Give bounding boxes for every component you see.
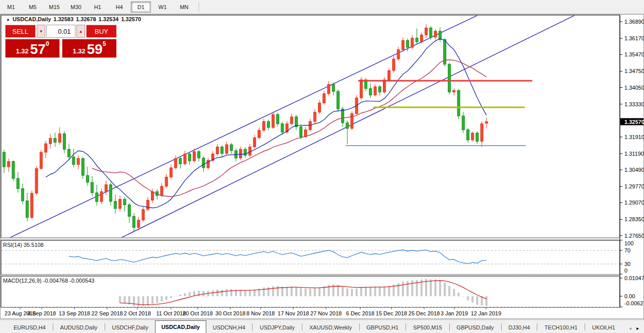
mt4-terminal: M1M5M15M30H1H4D1W1MN 1.368901.361701.354…: [0, 0, 644, 333]
chart-tab-bar: EURUSD,H4AUDUSD,DailyUSDCHF,DailyUSDCAD,…: [0, 319, 644, 333]
tab-separator: [501, 323, 502, 330]
macd-label: MACD(12,26,9) -0.004768 -0.000543: [3, 278, 95, 284]
readout-close: 1.32570: [121, 16, 141, 22]
timeframe-toolbar: M1M5M15M30H1H4D1W1MN: [0, 0, 644, 14]
buy-price-pips: 59: [87, 43, 103, 56]
timeframe-button-M5[interactable]: M5: [23, 2, 43, 13]
volume-increase-button[interactable]: ▲: [76, 25, 86, 38]
toolbar-separator: [199, 2, 200, 12]
tab-separator: [449, 323, 450, 330]
timeframe-button-W1[interactable]: W1: [152, 2, 173, 13]
chart-tab-EURUSD-H4[interactable]: EURUSD,H4: [7, 321, 52, 332]
price-axis-tick: 1.29070: [624, 199, 644, 206]
buy-price-base: 1.32: [72, 47, 85, 55]
buy-price-button[interactable]: 1.32 59 5: [62, 39, 117, 58]
price-axis-tick: 1.30490: [624, 167, 644, 173]
date-axis-label: 13 Sep 2018: [59, 310, 90, 316]
date-axis-label: 8 Nov 2018: [247, 310, 275, 316]
chart-canvas[interactable]: 1.368901.361701.354701.347501.340501.333…: [0, 14, 644, 319]
price-axis-tick: 1.34050: [624, 85, 644, 91]
price-axis-tick: 1.31910: [624, 134, 644, 140]
timeframe-button-H4[interactable]: H4: [109, 2, 129, 13]
timeframe-button-D1[interactable]: D1: [131, 2, 151, 13]
readout-low: 1.32534: [99, 16, 119, 22]
chart-tab-SP500-M15[interactable]: SP500,M15: [407, 321, 448, 332]
tab-scroll-arrows: ◂▸: [624, 325, 644, 333]
date-axis-label: 17 Nov 2018: [278, 310, 309, 316]
date-axis-label: 4 Sep 2018: [28, 310, 56, 316]
timeframe-button-M1[interactable]: M1: [1, 2, 21, 13]
buy-price-point: 5: [103, 40, 106, 47]
price-axis-tick: 1.34750: [624, 68, 644, 74]
price-axis-tick: 1.31190: [624, 151, 644, 157]
chart-tab-DJ30-H4[interactable]: DJ30,H4: [502, 321, 537, 332]
rsi-label: RSI(14) 35.5108: [3, 242, 44, 248]
volume-input[interactable]: 0.01: [46, 25, 75, 38]
date-axis-label: 3 Jan 2019: [441, 310, 468, 316]
chart-tab-USDCHF-Daily[interactable]: USDCHF,Daily: [106, 321, 155, 332]
collapse-triangle-icon[interactable]: ▲: [6, 17, 10, 22]
price-axis-tick: 1.27650: [624, 233, 644, 239]
sell-price-button[interactable]: 1.32 57 0: [5, 39, 60, 58]
chart-tab-GBPUSD-H1[interactable]: GBPUSD,H1: [360, 321, 406, 332]
rsi-axis-tick: 0: [624, 268, 627, 274]
tab-separator: [252, 323, 253, 330]
chart-tab-USDJPY-Daily[interactable]: USDJPY,Daily: [253, 321, 301, 332]
tab-separator: [406, 323, 406, 330]
tab-separator: [105, 323, 105, 330]
timeframe-button-H1[interactable]: H1: [88, 2, 108, 13]
rsi-value: 35.5108: [24, 242, 44, 248]
macd-axis-tick: -0.006218: [624, 300, 644, 306]
tab-separator: [359, 323, 360, 330]
chart-tab-GBPUSD-Daily[interactable]: GBPUSD,Daily: [450, 321, 501, 332]
arrow-up-icon: ▲: [78, 29, 83, 34]
macd-main-value: -0.004768: [43, 278, 68, 284]
readout-high: 1.32678: [76, 16, 96, 22]
date-axis-label: 11 Oct 2018: [156, 310, 186, 316]
date-axis-label: 6 Dec 2018: [346, 310, 374, 316]
price-axis-tick: 1.36170: [624, 35, 644, 41]
timeframe-button-M30[interactable]: M30: [66, 2, 86, 13]
arrow-down-icon: ▼: [39, 29, 43, 34]
date-axis-label: 27 Nov 2018: [310, 310, 342, 316]
volume-decrease-button[interactable]: ▼: [37, 25, 46, 38]
date-axis-label: 22 Sep 2018: [92, 310, 123, 316]
price-axis-tick: 1.36890: [624, 19, 644, 25]
price-axis-tick: 1.35470: [624, 51, 644, 57]
symbol-name: USDCAD,Daily: [13, 16, 51, 22]
chart-tab-UKOil-H1[interactable]: UKOil,H1: [586, 321, 622, 332]
sell-price-pips: 57: [30, 43, 46, 56]
date-axis-label: 12 Jan 2019: [471, 310, 502, 316]
price-axis-tick: 1.29770: [624, 183, 644, 189]
date-axis-label: 2 Oct 2018: [124, 310, 151, 316]
chart-tab-USDCAD-Daily[interactable]: USDCAD,Daily: [155, 320, 206, 333]
date-axis-label: 25 Dec 2018: [409, 310, 440, 316]
date-axis-label: 20 Oct 2018: [183, 310, 213, 316]
tab-scroll-right-icon[interactable]: ▸: [636, 325, 639, 331]
one-click-trading-panel: SELL ▼ 0.01 ▲ BUY 1.32 57 0 1.32 59: [5, 25, 117, 58]
buy-button[interactable]: BUY: [86, 25, 117, 38]
macd-axis-tick: 0.010474: [624, 275, 644, 281]
rsi-axis-tick: 70: [624, 247, 630, 253]
tab-scroll-left-icon[interactable]: ◂: [629, 325, 631, 331]
timeframe-button-M15[interactable]: M15: [44, 2, 64, 13]
sell-button[interactable]: SELL: [5, 25, 36, 38]
timeframe-button-MN[interactable]: MN: [174, 2, 194, 13]
tab-separator: [302, 323, 302, 330]
price-axis-tick: 1.33330: [624, 101, 644, 107]
sell-price-base: 1.32: [16, 47, 28, 55]
tab-separator: [537, 323, 537, 330]
date-axis-label: 15 Dec 2018: [376, 310, 407, 316]
chart-tab-USDCNH-H4[interactable]: USDCNH,H4: [206, 321, 252, 332]
rsi-axis-tick: 100: [624, 240, 633, 246]
date-axis-label: 30 Oct 2018: [215, 310, 246, 316]
chart-tab-XAUUSD-Weekly[interactable]: XAUUSD,Weekly: [303, 321, 359, 332]
chart-tab-TECH100-H1[interactable]: TECH100,H1: [538, 321, 584, 332]
macd-signal-value: -0.000543: [69, 278, 95, 284]
chart-title: ▲ USDCAD,Daily 1.32583 1.32678 1.32534 1…: [6, 16, 141, 22]
chart-window: 1.368901.361701.354701.347501.340501.333…: [0, 14, 644, 319]
tab-separator: [585, 323, 585, 330]
chart-tab-AUDUSD-Daily[interactable]: AUDUSD,Daily: [54, 321, 104, 332]
price-axis-tick: 1.28350: [624, 216, 644, 222]
macd-axis-tick: 0.00: [624, 293, 635, 299]
